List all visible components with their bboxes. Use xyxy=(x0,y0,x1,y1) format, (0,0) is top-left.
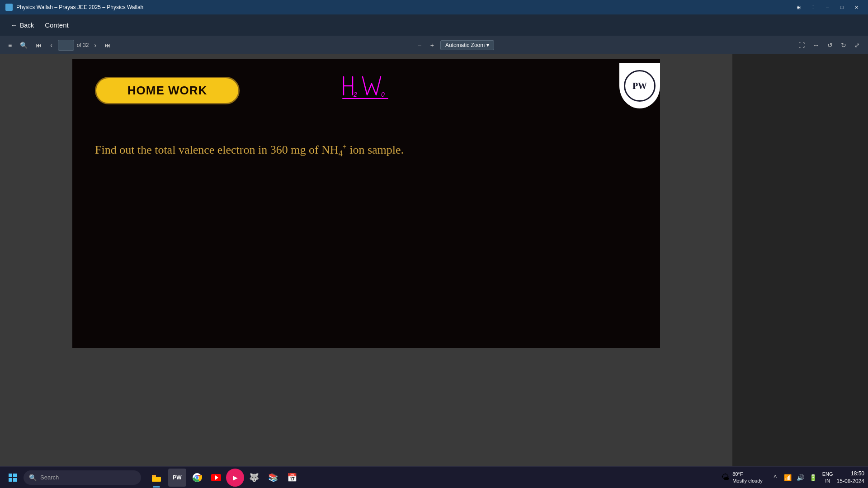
zoom-out-icon: – xyxy=(418,42,421,49)
zoom-label: Automatic Zoom xyxy=(445,42,485,48)
prev-page-button[interactable]: ‹ xyxy=(47,40,55,51)
menu-button[interactable]: ⊞ xyxy=(792,2,805,12)
rotate-cw-icon: ↻ xyxy=(841,42,846,49)
lang-line1: ENG xyxy=(822,471,833,477)
main-content-area: PW HOME WORK 2 0 xyxy=(0,54,868,466)
clock-date: 15-08-2024 xyxy=(837,478,864,485)
fit-width-button[interactable]: ↔ xyxy=(810,40,822,51)
minimize-button[interactable]: – xyxy=(821,2,834,12)
last-page-button[interactable]: ⏭ xyxy=(102,40,113,51)
more-icon: ⋮ xyxy=(811,5,816,10)
wifi-icon[interactable]: 📶 xyxy=(783,472,793,483)
battery-icon[interactable]: 🔋 xyxy=(808,472,819,483)
right-panel xyxy=(732,54,868,466)
question-text: Find out the total valence electron in 3… xyxy=(90,141,642,160)
back-arrow-icon: ← xyxy=(11,22,17,29)
toggle-sidebar-button[interactable]: ≡ xyxy=(5,40,14,51)
title-bar: Physics Wallah – Prayas JEE 2025 – Physi… xyxy=(0,0,868,14)
start-button[interactable] xyxy=(4,469,22,487)
rotate-cw-button[interactable]: ↻ xyxy=(838,40,849,51)
pdf-viewer[interactable]: PW HOME WORK 2 0 xyxy=(0,54,732,466)
last-page-icon: ⏭ xyxy=(104,42,111,49)
taskbar-youtube-icon[interactable] xyxy=(207,469,225,487)
window-controls[interactable]: ⊞ ⋮ – □ ✕ xyxy=(792,2,863,12)
weather-widget[interactable]: 🌤 80°F Mostly cloudy xyxy=(718,469,766,486)
page-total-label: of 32 xyxy=(77,42,89,48)
system-tray: 🌤 80°F Mostly cloudy ^ 📶 🔊 🔋 ENG IN 18:5… xyxy=(718,469,864,486)
app-toolbar: ← Back Content xyxy=(0,14,868,36)
taskbar-search[interactable]: 🔍 Search xyxy=(24,470,141,485)
svg-rect-4 xyxy=(13,474,17,477)
first-page-button[interactable]: ⏮ xyxy=(33,40,45,51)
next-page-button[interactable]: › xyxy=(92,40,99,51)
menu-icon: ⊞ xyxy=(797,5,801,10)
taskbar-chrome-icon[interactable] xyxy=(188,469,206,487)
search-pdf-button[interactable]: 🔍 xyxy=(17,40,30,51)
pw-app-icon[interactable]: PW xyxy=(168,469,186,487)
tray-chevron[interactable]: ^ xyxy=(770,472,781,483)
back-button[interactable]: ← Back xyxy=(7,20,38,31)
system-clock[interactable]: 18:50 15-08-2024 xyxy=(837,470,864,485)
pw-logo-text: PW xyxy=(624,70,656,102)
taskbar-app-explorer[interactable] xyxy=(146,468,166,488)
fit-icon: ⛶ xyxy=(798,42,805,49)
svg-rect-3 xyxy=(9,474,12,477)
zoom-arrow-icon: ▾ xyxy=(486,42,489,48)
pdf-slide: PW HOME WORK 2 0 xyxy=(72,59,660,348)
volume-icon[interactable]: 🔊 xyxy=(795,472,806,483)
maximize-icon: □ xyxy=(840,5,844,10)
expand-button[interactable]: ⤢ xyxy=(852,40,863,51)
fullscreen-fit-button[interactable]: ⛶ xyxy=(796,40,807,51)
zoom-in-icon: + xyxy=(430,42,434,49)
close-icon: ✕ xyxy=(854,5,859,10)
more-options-button[interactable]: ⋮ xyxy=(807,2,819,12)
zoom-in-button[interactable]: + xyxy=(428,40,437,51)
svg-rect-6 xyxy=(13,478,17,482)
pw-logo: PW xyxy=(619,63,660,108)
svg-text:0: 0 xyxy=(381,91,385,98)
windows-icon xyxy=(8,473,17,482)
taskbar-calendar-icon[interactable]: 📅 xyxy=(283,469,301,487)
taskbar-app-pw[interactable]: PW xyxy=(167,468,187,488)
weather-icon: 🌤 xyxy=(722,473,730,482)
prev-page-icon: ‹ xyxy=(50,42,52,49)
taskbar-wolf-icon[interactable]: 🐺 xyxy=(245,469,263,487)
first-page-icon: ⏮ xyxy=(36,42,42,49)
minimize-icon: – xyxy=(826,5,829,10)
content-label: Content xyxy=(45,21,69,29)
rotate-ccw-icon: ↺ xyxy=(827,42,833,49)
svg-rect-8 xyxy=(152,477,161,482)
next-page-icon: › xyxy=(94,42,97,49)
clock-time: 18:50 xyxy=(837,470,864,478)
zoom-out-button[interactable]: – xyxy=(415,40,424,51)
app-icon xyxy=(5,4,13,11)
search-label: Search xyxy=(40,474,59,481)
taskbar-music-icon[interactable]: ▶ xyxy=(226,469,244,487)
language-indicator[interactable]: ENG IN xyxy=(822,471,833,484)
close-button[interactable]: ✕ xyxy=(850,2,863,12)
taskbar-filo-icon[interactable]: 📚 xyxy=(264,469,282,487)
page-number-input[interactable]: 28 xyxy=(58,40,74,51)
svg-point-12 xyxy=(196,476,198,479)
taskbar: 🔍 Search PW xyxy=(0,466,868,488)
svg-text:2: 2 xyxy=(353,91,357,98)
fit-width-icon: ↔ xyxy=(813,42,819,49)
pdf-toolbar: ≡ 🔍 ⏮ ‹ 28 of 32 › ⏭ – + Automatic Zoom … xyxy=(0,36,868,54)
expand-icon: ⤢ xyxy=(854,42,860,49)
handwriting-annotation: 2 0 xyxy=(339,72,393,108)
taskbar-pinned-apps: PW ▶ 🐺 📚 xyxy=(146,468,301,488)
weather-condition: Mostly cloudy xyxy=(732,478,763,484)
back-label: Back xyxy=(20,22,34,29)
tray-icons: ^ 📶 🔊 🔋 xyxy=(770,472,819,483)
search-icon: 🔍 xyxy=(29,474,37,481)
file-explorer-icon[interactable] xyxy=(147,469,165,487)
window-title: Physics Wallah – Prayas JEE 2025 – Physi… xyxy=(16,4,143,10)
temperature: 80°F xyxy=(732,471,763,477)
rotate-ccw-button[interactable]: ↺ xyxy=(825,40,835,51)
pdf-view-controls: ⛶ ↔ ↺ ↻ ⤢ xyxy=(796,40,863,51)
svg-rect-5 xyxy=(9,478,12,482)
weather-info: 80°F Mostly cloudy xyxy=(732,471,763,484)
maximize-button[interactable]: □ xyxy=(835,2,848,12)
title-bar-left: Physics Wallah – Prayas JEE 2025 – Physi… xyxy=(5,4,143,11)
zoom-dropdown-button[interactable]: Automatic Zoom ▾ xyxy=(440,40,494,50)
